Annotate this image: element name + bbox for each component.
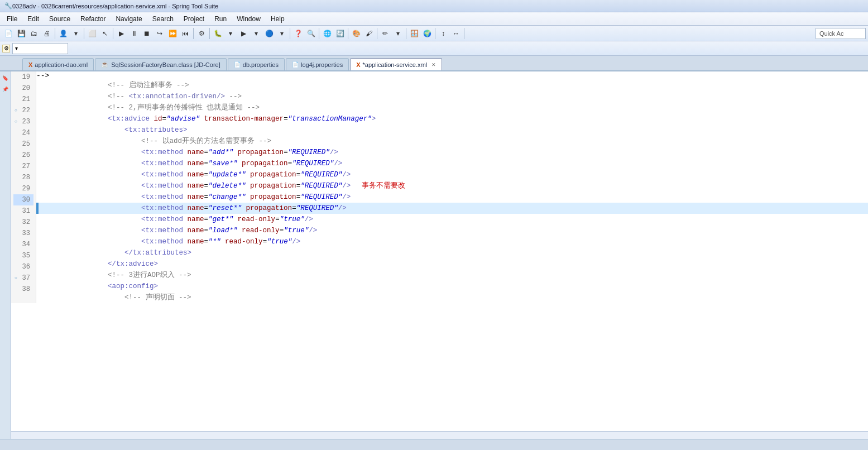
ext-btn[interactable]: 🔵 bbox=[263, 27, 275, 40]
tab-close-app-service[interactable]: ✕ bbox=[431, 62, 436, 68]
code-line-30[interactable]: <tx:method name="reset*" propagation="RE… bbox=[36, 203, 868, 214]
arrow-btn[interactable]: ↕ bbox=[437, 27, 449, 40]
new-file-btn[interactable]: 📄 bbox=[2, 27, 15, 40]
ext-drop-btn[interactable]: ▾ bbox=[276, 27, 288, 40]
code-line-35[interactable]: </tx:advice> bbox=[36, 258, 868, 270]
code-line-19[interactable]: <!-- 启动注解事务 --> bbox=[36, 80, 868, 91]
pencil-btn[interactable]: ✏ bbox=[379, 27, 391, 40]
help-btn[interactable]: ❓ bbox=[292, 27, 304, 40]
tab-label-sqlsession: SqlSessionFactoryBean.class [JD-Core] bbox=[111, 61, 220, 68]
sep9 bbox=[377, 28, 377, 39]
menu-run[interactable]: Run bbox=[210, 14, 231, 24]
select-btn[interactable]: ⬜ bbox=[86, 27, 98, 40]
code-line-31[interactable]: <tx:method name="get*" read-only="true"/… bbox=[36, 214, 868, 225]
editor[interactable]: 19 20 21 22 23 24 25 26 27 28 29 30 31 3… bbox=[11, 71, 868, 434]
menu-project[interactable]: Project bbox=[179, 14, 209, 24]
code-content-26: <tx:method name="save*" propagation="REQ… bbox=[108, 158, 342, 169]
tab-app-service[interactable]: X *application-service.xml ✕ bbox=[350, 58, 442, 70]
menu-help[interactable]: Help bbox=[266, 14, 289, 24]
code-line-22[interactable]: <tx:advice id="advise" transaction-manag… bbox=[36, 113, 868, 125]
refresh-btn[interactable]: 🔄 bbox=[334, 27, 346, 40]
code-line-37[interactable]: <aop:config> bbox=[36, 281, 868, 292]
tab-app-dao[interactable]: X application-dao.xml bbox=[22, 58, 94, 70]
quick-access-input[interactable]: Quick Ac bbox=[816, 28, 866, 39]
code-line-27[interactable]: <tx:method name="update*" propagation="R… bbox=[36, 169, 868, 180]
tab-sqlsession[interactable]: ☕ SqlSessionFactoryBean.class [JD-Core] bbox=[95, 58, 227, 70]
print-btn[interactable]: 🖨 bbox=[41, 27, 53, 40]
save-all-btn[interactable]: 🗂 bbox=[28, 27, 40, 40]
window2-btn[interactable]: 🪟 bbox=[408, 27, 420, 40]
horizontal-scrollbar[interactable] bbox=[11, 431, 868, 439]
pencil-drop-btn[interactable]: ▾ bbox=[392, 27, 404, 40]
side-icon-2[interactable]: 📌 bbox=[1, 85, 10, 94]
step-btn[interactable]: ↪ bbox=[154, 27, 166, 40]
code-line-26[interactable]: <tx:method name="save*" propagation="REQ… bbox=[36, 158, 868, 169]
user-btn[interactable]: 👤 bbox=[57, 27, 69, 40]
menu-refactor[interactable]: Refactor bbox=[76, 14, 110, 24]
title-text: 0328adv - 0328carrent/resources/applicat… bbox=[12, 3, 218, 9]
code-content-23: <tx:attributes> bbox=[108, 125, 188, 136]
line-num-22: 22 bbox=[13, 105, 33, 116]
line-num-34: 34 bbox=[13, 239, 33, 250]
line-num-31: 31 bbox=[13, 205, 33, 217]
code-content-37: <aop:config> bbox=[108, 281, 158, 292]
save-btn[interactable]: 💾 bbox=[15, 27, 27, 40]
globe-btn[interactable]: 🌐 bbox=[321, 27, 333, 40]
code-line-21[interactable]: <!-- 2,声明事务的传播特性 也就是通知 --> bbox=[36, 102, 868, 113]
code-line-36[interactable]: <!-- 3进行AOP织入 --> bbox=[36, 270, 868, 281]
code-line-24[interactable]: <!-- 以add开头的方法名需要事务 --> bbox=[36, 136, 868, 147]
return-btn[interactable]: ⏮ bbox=[179, 27, 191, 40]
line-num-24: 24 bbox=[13, 127, 33, 138]
arrow2-btn[interactable]: ↔ bbox=[450, 27, 462, 40]
tab-db-props[interactable]: 📄 db.properties bbox=[228, 58, 285, 70]
menu-edit[interactable]: Edit bbox=[23, 14, 44, 24]
menu-search[interactable]: Search bbox=[148, 14, 178, 24]
stop-btn[interactable]: ⏹ bbox=[141, 27, 153, 40]
code-content-24: <!-- 以add开头的方法名需要事务 --> bbox=[108, 136, 271, 147]
main-toolbar: 📄 💾 🗂 🖨 👤 ▾ ⬜ ↖ ▶ ⏸ ⏹ ↪ ⏩ ⏮ ⚙ 🐛 ▾ ▶ ▾ 🔵 … bbox=[0, 26, 868, 41]
code-line-33[interactable]: <tx:method name="*" read-only="true"/> bbox=[36, 236, 868, 247]
menu-navigate[interactable]: Navigate bbox=[111, 14, 146, 24]
line-num-27: 27 bbox=[13, 161, 33, 172]
code-content-32: <tx:method name="load*" read-only="true"… bbox=[108, 225, 317, 236]
run2-btn[interactable]: ▶ bbox=[237, 27, 250, 40]
tab-icon-db-props: 📄 bbox=[234, 61, 241, 68]
menu-source[interactable]: Source bbox=[45, 14, 75, 24]
pointer-btn[interactable]: ↖ bbox=[99, 27, 111, 40]
code-line-23[interactable]: <tx:attributes> bbox=[36, 125, 868, 136]
sep2 bbox=[84, 28, 84, 39]
code-line-20[interactable]: <!-- <tx:annotation-driven/> --> bbox=[36, 91, 868, 102]
network-btn[interactable]: 🌍 bbox=[421, 27, 433, 40]
code-line-28[interactable]: <tx:method name="delete*" propagation="R… bbox=[36, 180, 868, 192]
tab-bar: X application-dao.xml ☕ SqlSessionFactor… bbox=[0, 56, 868, 71]
dropdown-btn[interactable]: ▾ bbox=[70, 27, 82, 40]
bookmark-icon[interactable]: 🔖 bbox=[1, 74, 10, 83]
code-line-32[interactable]: <tx:method name="load*" read-only="true"… bbox=[36, 225, 868, 236]
code-line-34[interactable]: </tx:attributes> bbox=[36, 247, 868, 258]
debug-btn[interactable]: 🐛 bbox=[212, 27, 224, 40]
next-btn[interactable]: ⏩ bbox=[166, 27, 179, 40]
paint2-btn[interactable]: 🖌 bbox=[363, 27, 375, 40]
pause-btn[interactable]: ⏸ bbox=[128, 27, 140, 40]
code-content-30: <tx:method name="reset*" propagation="RE… bbox=[108, 203, 347, 214]
run-btn[interactable]: ▶ bbox=[115, 27, 127, 40]
workspace-icon[interactable]: ⚙ bbox=[2, 45, 10, 52]
code-line-25[interactable]: <tx:method name="add*" propagation="REQU… bbox=[36, 147, 868, 158]
zoom-btn[interactable]: 🔍 bbox=[305, 27, 317, 40]
code-line-29[interactable]: <tx:method name="change*" propagation="R… bbox=[36, 192, 868, 203]
workspace-dropdown[interactable]: ▾ bbox=[12, 43, 68, 54]
code-content-27: <tx:method name="update*" propagation="R… bbox=[108, 169, 351, 180]
paint-btn[interactable]: 🎨 bbox=[350, 27, 362, 40]
secondary-toolbar: ⚙ ▾ bbox=[0, 41, 868, 56]
code-line-38[interactable]: <!-- 声明切面 --> bbox=[36, 292, 868, 303]
menu-window[interactable]: Window bbox=[232, 14, 265, 24]
run2-drop-btn[interactable]: ▾ bbox=[250, 27, 262, 40]
sep5 bbox=[209, 28, 210, 39]
debug-drop-btn[interactable]: ▾ bbox=[224, 27, 237, 40]
line-num-21: 21 bbox=[13, 94, 33, 105]
settings-btn[interactable]: ⚙ bbox=[195, 27, 208, 40]
tab-log4j[interactable]: 📄 log4j.properties bbox=[286, 58, 349, 70]
menu-file[interactable]: File bbox=[2, 14, 22, 24]
line-num-19: 19 bbox=[13, 71, 33, 83]
side-panel: 🔖 📌 bbox=[0, 71, 11, 450]
